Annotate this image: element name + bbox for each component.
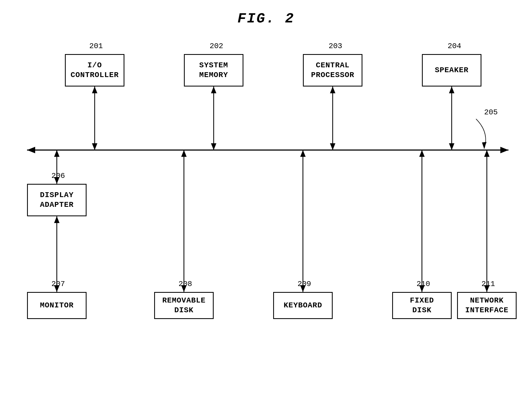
removable-disk-box: REMOVABLEDISK [154, 292, 214, 319]
diagram-container: FIG. 2 [0, 0, 532, 402]
ref-207: 207 [51, 280, 65, 288]
network-interface-box: NETWORKINTERFACE [457, 292, 517, 319]
speaker-label: SPEAKER [435, 65, 469, 75]
svg-marker-7 [211, 143, 216, 150]
ref-209: 209 [298, 280, 311, 288]
system-memory-label: SYSTEMMEMORY [199, 61, 228, 80]
figure-title: FIG. 2 [237, 11, 295, 27]
svg-marker-32 [484, 150, 490, 157]
svg-marker-33 [482, 142, 487, 149]
svg-marker-1 [27, 147, 35, 153]
svg-marker-29 [419, 150, 425, 157]
display-adapter-label: DISPLAYADAPTER [40, 190, 74, 210]
fixed-disk-label: FIXEDDISK [410, 296, 434, 315]
ref-204: 204 [448, 42, 461, 50]
svg-marker-8 [211, 87, 216, 93]
removable-disk-label: REMOVABLEDISK [162, 296, 206, 315]
ref-210: 210 [417, 280, 430, 288]
fixed-disk-box: FIXEDDISK [392, 292, 452, 319]
io-controller-box: I/OCONTROLLER [65, 54, 124, 87]
ref-206: 206 [51, 172, 65, 180]
speaker-box: SPEAKER [422, 54, 481, 87]
ref-202: 202 [210, 42, 223, 50]
central-processor-label: CENTRALPROCESSOR [311, 61, 354, 80]
svg-marker-10 [330, 143, 335, 150]
monitor-box: MONITOR [27, 292, 87, 319]
ref-201: 201 [89, 42, 103, 50]
svg-marker-11 [330, 87, 335, 93]
keyboard-box: KEYBOARD [273, 292, 333, 319]
ref-211: 211 [481, 280, 495, 288]
central-processor-box: CENTRALPROCESSOR [303, 54, 362, 87]
ref-208: 208 [179, 280, 192, 288]
svg-marker-20 [54, 216, 60, 223]
svg-marker-4 [92, 143, 97, 150]
svg-marker-14 [449, 87, 454, 93]
svg-marker-17 [54, 150, 60, 157]
svg-marker-26 [300, 150, 306, 157]
ref-203: 203 [329, 42, 342, 50]
keyboard-label: KEYBOARD [284, 301, 322, 310]
system-memory-box: SYSTEMMEMORY [184, 54, 243, 87]
display-adapter-box: DISPLAYADAPTER [27, 184, 87, 216]
io-controller-label: I/OCONTROLLER [71, 61, 119, 80]
monitor-label: MONITOR [40, 301, 74, 310]
svg-marker-2 [500, 147, 508, 153]
ref-205: 205 [484, 108, 498, 117]
svg-marker-23 [181, 150, 187, 157]
svg-marker-5 [92, 87, 97, 93]
network-interface-label: NETWORKINTERFACE [465, 296, 508, 315]
svg-marker-13 [449, 143, 454, 150]
